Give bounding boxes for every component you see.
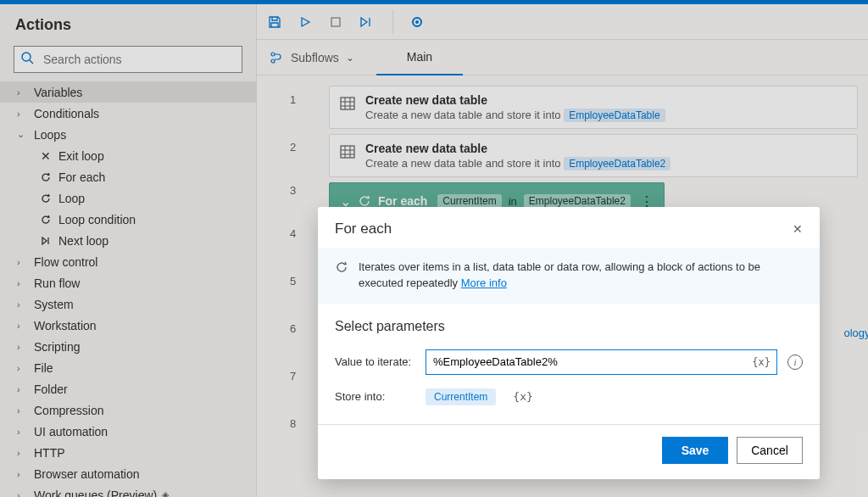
store-variable[interactable]: CurrentItem (426, 388, 496, 405)
save-button[interactable]: Save (662, 437, 728, 464)
store-label: Store into: (335, 390, 415, 403)
section-title: Select parameters (318, 304, 820, 343)
fx-icon[interactable]: {x} (513, 390, 532, 403)
modal-overlay: For each ✕ Iterates over items in a list… (0, 0, 868, 497)
more-info-link[interactable]: More info (461, 276, 507, 289)
fx-icon[interactable]: {x} (752, 356, 771, 368)
value-to-iterate-input[interactable] (426, 349, 777, 375)
info-banner: Iterates over items in a list, data tabl… (318, 248, 820, 304)
cycle-icon (335, 260, 348, 292)
value-label: Value to iterate: (335, 355, 415, 368)
dialog-title: For each (335, 221, 392, 237)
cancel-button[interactable]: Cancel (737, 437, 803, 464)
for-each-dialog: For each ✕ Iterates over items in a list… (318, 207, 820, 479)
info-icon[interactable]: i (787, 355, 803, 370)
close-icon[interactable]: ✕ (793, 222, 803, 236)
